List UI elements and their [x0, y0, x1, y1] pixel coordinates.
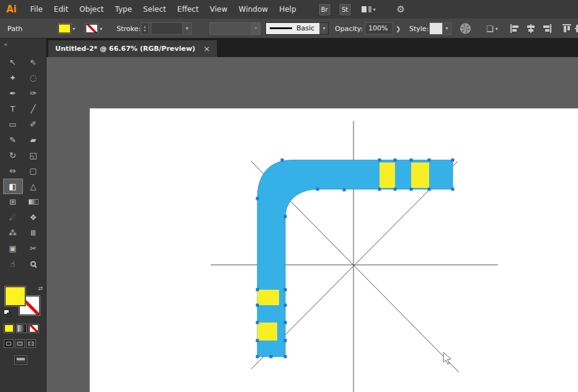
menu-effect[interactable]: Effect — [172, 5, 205, 14]
arrange-documents-button[interactable]: ▾ — [362, 6, 376, 12]
align-vcenter-button[interactable] — [574, 24, 578, 33]
bridge-button[interactable]: Br — [318, 3, 331, 16]
anchor-point[interactable] — [316, 188, 319, 191]
screen-mode-button[interactable] — [15, 356, 27, 364]
width-tool[interactable]: ⇔ — [4, 164, 22, 178]
gradient-tool[interactable] — [24, 195, 43, 209]
curvature-tool[interactable]: ✑ — [24, 86, 43, 100]
swap-fill-stroke-icon[interactable]: ⇄ — [38, 285, 43, 292]
stock-button[interactable]: St — [339, 3, 352, 16]
anchor-point[interactable] — [284, 288, 287, 292]
shape-builder-tool[interactable]: ◧ — [4, 179, 22, 194]
eraser-tool[interactable]: ▰ — [24, 133, 43, 147]
pencil-tool[interactable]: ✎ — [4, 133, 22, 147]
scale-tool[interactable]: ◱ — [24, 148, 43, 163]
chevron-down-icon[interactable]: ▾ — [100, 25, 102, 31]
rectangle-tool[interactable]: ▭ — [4, 117, 22, 131]
brush-definition-select[interactable]: Basic ▾ — [265, 22, 329, 35]
free-transform-tool[interactable]: ▢ — [24, 164, 43, 178]
anchor-point[interactable] — [256, 304, 259, 307]
panel-menu-button[interactable]: ❏ ▾ — [486, 24, 498, 32]
eyedropper-tool[interactable]: ☄ — [4, 210, 22, 225]
anchor-point[interactable] — [284, 215, 287, 218]
menu-type[interactable]: Type — [109, 5, 138, 14]
anchor-point[interactable] — [256, 355, 259, 359]
yellow-band[interactable] — [257, 290, 279, 305]
color-button[interactable] — [4, 324, 14, 332]
align-center-button[interactable] — [526, 24, 536, 33]
stroke-weight-select[interactable]: ▾ — [151, 22, 192, 35]
align-top-button[interactable] — [562, 24, 572, 33]
menu-edit[interactable]: Edit — [48, 5, 74, 14]
line-segment-tool[interactable]: ╱ — [24, 102, 43, 116]
anchor-point[interactable] — [410, 159, 413, 162]
fill-swatch[interactable] — [58, 24, 71, 33]
anchor-point[interactable] — [378, 188, 381, 191]
yellow-band[interactable] — [380, 163, 395, 188]
draw-normal-button[interactable] — [4, 340, 13, 347]
stroke-weight-stepper[interactable]: ▴▾ — [141, 22, 149, 35]
menu-window[interactable]: Window — [233, 5, 273, 14]
align-left-button[interactable] — [510, 24, 520, 33]
artboard-tool[interactable]: ▣ — [4, 241, 22, 256]
anchor-point[interactable] — [281, 159, 284, 162]
fill-color-control[interactable]: ▾ — [58, 24, 75, 33]
menu-select[interactable]: Select — [138, 5, 172, 14]
opacity-input[interactable]: 100% — [365, 22, 393, 35]
chevron-down-icon[interactable]: ▾ — [442, 23, 451, 34]
gear-icon[interactable]: ⚙ — [397, 5, 405, 14]
anchor-point[interactable] — [284, 304, 287, 307]
slice-tool[interactable]: ✂ — [24, 241, 43, 256]
chevron-down-icon[interactable]: ▾ — [182, 23, 191, 34]
none-button[interactable] — [29, 324, 38, 332]
rotate-tool[interactable]: ↻ — [4, 148, 22, 163]
zoom-tool[interactable] — [24, 257, 43, 271]
menu-object[interactable]: Object — [74, 5, 109, 14]
chevron-down-icon[interactable]: ▾ — [319, 23, 328, 34]
draw-inside-button[interactable] — [27, 340, 35, 347]
anchor-point[interactable] — [256, 339, 259, 342]
pen-tool[interactable]: ✒ — [4, 86, 22, 100]
anchor-point[interactable] — [256, 321, 259, 324]
hand-tool[interactable]: ☝ — [4, 257, 22, 271]
stroke-color-control[interactable]: ▾ — [86, 24, 102, 33]
document-tab[interactable]: Untitled-2* @ 66.67% (RGB/Preview) × — [48, 40, 217, 57]
yellow-band[interactable] — [411, 163, 429, 188]
anchor-point[interactable] — [343, 189, 346, 192]
anchor-point[interactable] — [378, 159, 381, 162]
magic-wand-tool[interactable]: ✦ — [4, 71, 22, 85]
anchor-point[interactable] — [394, 159, 397, 162]
perspective-grid-tool[interactable]: △ — [24, 179, 43, 194]
anchor-point[interactable] — [428, 159, 431, 162]
yellow-band[interactable] — [257, 323, 277, 341]
anchor-point[interactable] — [410, 188, 413, 191]
fill-proxy-swatch[interactable] — [5, 287, 25, 306]
anchor-point[interactable] — [451, 159, 455, 162]
anchor-point[interactable] — [256, 197, 259, 200]
stroke-none-swatch[interactable] — [86, 24, 98, 33]
anchor-point[interactable] — [451, 188, 455, 191]
menu-help[interactable]: Help — [273, 5, 301, 14]
anchor-point[interactable] — [284, 339, 287, 342]
paintbrush-tool[interactable]: ✐ — [24, 117, 43, 131]
canvas-area[interactable] — [47, 57, 578, 392]
graphic-style-select[interactable]: ▾ — [429, 22, 451, 35]
collapse-panel-icon[interactable]: « — [4, 41, 7, 48]
column-graph-tool[interactable]: Ⅲ — [24, 226, 43, 240]
close-icon[interactable]: × — [203, 44, 210, 53]
mesh-tool[interactable]: ⊞ — [4, 195, 22, 209]
align-right-button[interactable] — [542, 24, 552, 33]
selection-tool[interactable]: ↖ — [4, 55, 22, 69]
stepper-down-icon[interactable]: ▾ — [144, 29, 146, 32]
type-tool[interactable]: T — [4, 102, 22, 116]
draw-behind-button[interactable] — [16, 340, 24, 347]
default-fill-stroke-icon[interactable] — [4, 310, 12, 317]
pipe-shape[interactable] — [257, 160, 453, 357]
anchor-point[interactable] — [394, 188, 397, 191]
menu-file[interactable]: File — [25, 5, 48, 14]
anchor-point[interactable] — [270, 355, 273, 359]
anchor-point[interactable] — [284, 355, 287, 359]
anchor-point[interactable] — [256, 288, 259, 292]
gradient-button[interactable] — [17, 324, 26, 332]
blend-tool[interactable]: ❖ — [24, 210, 43, 225]
